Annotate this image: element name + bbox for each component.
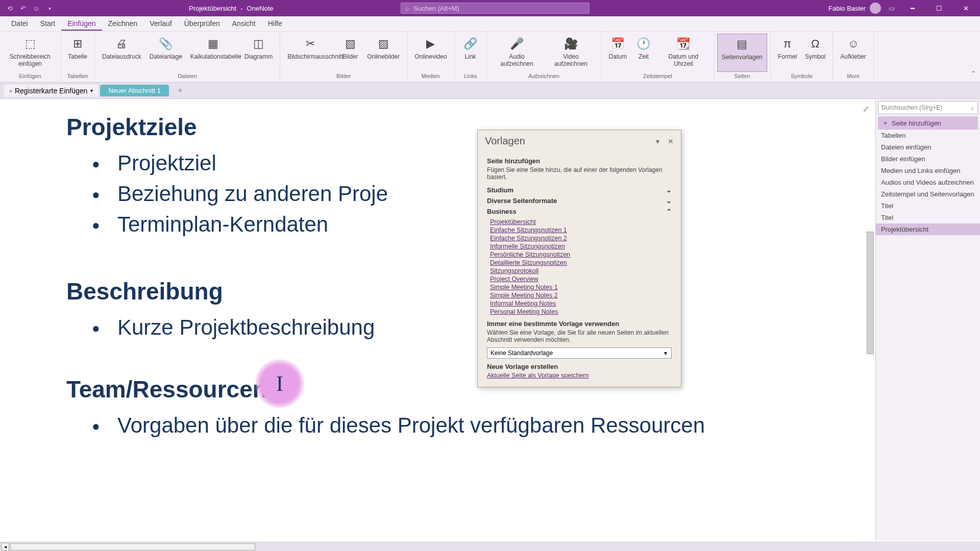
template-link[interactable]: Detaillierte Sitzungsnotizen <box>490 259 672 267</box>
pane-close-button[interactable]: ✕ <box>668 137 674 145</box>
form-icon: π <box>779 36 796 52</box>
template-link[interactable]: Persönliche Sitzungsnotizen <box>490 251 672 259</box>
menu-überprüfen[interactable]: Überprüfen <box>178 17 226 31</box>
ribbon-tmpl[interactable]: ▤Seitenvorlagen <box>717 34 767 72</box>
page-list-item[interactable]: Bilder einfügen <box>876 153 980 165</box>
page-list-item[interactable]: Tabellen <box>876 130 980 141</box>
page-search[interactable]: Durchsuchen (Strg+E) ⌕ <box>878 101 978 114</box>
ribbon-clip[interactable]: ✂Bildschirmausschnitt <box>283 34 337 72</box>
sym-icon: Ω <box>807 36 823 52</box>
expand-icon[interactable]: ⤢ <box>863 104 869 114</box>
undo-icon[interactable]: ↶ <box>18 4 28 13</box>
ribbon: ⬚Schreibbereich einfügenEinfügen⊞Tabelle… <box>0 32 980 83</box>
template-link[interactable]: Simple Meeting Notes 1 <box>490 283 672 291</box>
ribbon-oimg[interactable]: ▨Onlinebilder <box>363 34 404 72</box>
dt-icon: 📆 <box>675 36 692 52</box>
ribbon-print[interactable]: 🖨Dateiausdruck <box>98 34 145 72</box>
ribbon-aud[interactable]: 🎤Audio aufzeichnen <box>490 34 544 72</box>
page-list-item[interactable]: Zeitstempel und Seitenvorlagen <box>876 188 980 200</box>
ribbon-diag[interactable]: ◫Diagramm <box>240 34 277 72</box>
img-icon: ▧ <box>342 36 358 52</box>
titlebar: ⟲ ↶ ☺ ▾ Projektübersicht - OneNote ⌕ Suc… <box>0 0 980 16</box>
template-link[interactable]: Project Overview <box>490 275 672 283</box>
template-link[interactable]: Projektübersicht <box>490 218 672 226</box>
ribbon-vrec[interactable]: 🎥Video aufzeichnen <box>544 34 598 72</box>
template-link[interactable]: Simple Meeting Notes 2 <box>490 291 672 299</box>
always-use-heading: Immer eine bestimmte Vorlage verwenden <box>487 320 672 328</box>
page-list-item[interactable]: Projektübersicht <box>876 223 980 235</box>
notebook-icon: ▫ <box>9 87 12 95</box>
ribbon-sym[interactable]: ΩSymbol <box>801 34 829 72</box>
vrec-icon: 🎥 <box>563 36 579 52</box>
menu-start[interactable]: Start <box>34 17 62 31</box>
page-list-item[interactable]: Audios und Videos aufzeichnen <box>876 177 980 188</box>
notebook-dropdown[interactable]: ▫ Registerkarte Einfügen ▾ <box>4 85 98 97</box>
menu-einfügen[interactable]: Einfügen <box>61 17 102 31</box>
vid-icon: ▶ <box>423 36 439 52</box>
chevron-down-icon: ▼ <box>663 350 668 356</box>
menu-zeichnen[interactable]: Zeichnen <box>102 17 144 31</box>
page-list-item[interactable]: Medien und Links einfügen <box>876 165 980 177</box>
default-template-select[interactable]: Keine Standardvorlage ▼ <box>487 347 672 359</box>
link-icon: 🔗 <box>462 36 479 52</box>
template-link[interactable]: Einfache Sitzungsnotizen 1 <box>490 226 672 234</box>
category-business[interactable]: Business⌃ <box>487 206 672 217</box>
ribbon-form[interactable]: πFormel <box>774 34 801 72</box>
pane-dropdown-icon[interactable]: ▾ <box>656 137 659 145</box>
ribbon-mode-icon[interactable]: ▭ <box>887 4 896 13</box>
scroll-left-button[interactable]: ◂ <box>1 543 9 551</box>
scrollbar-thumb[interactable] <box>867 232 874 354</box>
page-list-item[interactable]: Dateien einfügen <box>876 141 980 153</box>
template-link[interactable]: Personal Meeting Notes <box>490 308 672 316</box>
save-as-template-link[interactable]: Aktuelle Seite als Vorlage speichern <box>487 371 672 380</box>
add-section-button[interactable]: ＋ <box>171 83 189 98</box>
heading-projektziele: Projektziele <box>66 113 875 141</box>
category-studium[interactable]: Studium⌄ <box>487 185 672 195</box>
search-icon: ⌕ <box>405 5 409 12</box>
ribbon-attach[interactable]: 📎Dateianlage <box>145 34 186 72</box>
menu-hilfe[interactable]: Hilfe <box>262 17 288 31</box>
template-link[interactable]: Einfache Sitzungsnotizen 2 <box>490 234 672 242</box>
menu-verlauf[interactable]: Verlauf <box>143 17 178 31</box>
page-list-item[interactable]: Titel <box>876 212 980 223</box>
attach-icon: 📎 <box>158 36 174 52</box>
diag-icon: ◫ <box>250 36 266 52</box>
ribbon-time[interactable]: 🕐Zeit <box>631 34 656 72</box>
section-tab[interactable]: Neuer Abschnitt 1 <box>100 85 169 96</box>
scroll-track[interactable] <box>10 543 255 550</box>
ribbon-vid[interactable]: ▶Onlinevideo <box>410 34 451 72</box>
ribbon-link[interactable]: 🔗Link <box>458 34 483 72</box>
maximize-button[interactable]: ☐ <box>929 0 949 16</box>
templates-pane: Vorlagen ▾ ✕ Seite hinzufügen Fügen Sie … <box>477 130 681 387</box>
page-list-item[interactable]: Titel <box>876 200 980 212</box>
user-account[interactable]: Fabio Basler <box>828 3 881 14</box>
ribbon-stk[interactable]: ☺Aufkleber <box>836 34 870 72</box>
search-box[interactable]: ⌕ Suchen (Alt+M) <box>401 3 590 14</box>
ribbon-dt[interactable]: 📆Datum und Uhrzeit <box>656 34 710 72</box>
qat-dropdown-icon[interactable]: ▾ <box>45 4 54 13</box>
minimize-button[interactable]: ━ <box>902 0 923 16</box>
template-link[interactable]: Informal Meeting Notes <box>490 299 672 308</box>
emoji-icon[interactable]: ☺ <box>32 4 41 13</box>
back-icon[interactable]: ⟲ <box>5 4 14 13</box>
ribbon-table[interactable]: ⊞Tabelle <box>64 34 91 72</box>
close-button[interactable]: ✕ <box>955 0 976 16</box>
chevron-up-icon: ⌃ <box>666 208 672 215</box>
heading-beschreibung: Beschreibung <box>66 278 875 305</box>
bullet-item: Vorgaben über die für dieses Projekt ver… <box>92 413 875 438</box>
ribbon-img[interactable]: ▧Bilder <box>337 34 363 72</box>
page-canvas[interactable]: ⤢ Projektziele Projektziel Beziehung zu … <box>0 99 875 541</box>
menu-datei[interactable]: Datei <box>5 17 34 31</box>
category-diverse[interactable]: Diverse Seitenformate⌄ <box>487 195 672 206</box>
menu-ansicht[interactable]: Ansicht <box>226 17 262 31</box>
oimg-icon: ▨ <box>375 36 391 52</box>
template-link[interactable]: Informelle Sitzungsnotizen <box>490 242 672 251</box>
ribbon-date[interactable]: 📅Datum <box>605 34 631 72</box>
add-page-button[interactable]: ＋ Seite hinzufügen <box>878 116 978 130</box>
section-tabbar: ▫ Registerkarte Einfügen ▾ Neuer Abschni… <box>0 83 980 99</box>
template-link[interactable]: Sitzungsprotokoll <box>490 267 672 275</box>
xls-icon: ▦ <box>205 36 222 52</box>
ribbon-space[interactable]: ⬚Schreibbereich einfügen <box>3 34 57 72</box>
ribbon-xls[interactable]: ▦Kalkulationstabelle <box>186 34 240 72</box>
collapse-ribbon-icon[interactable]: ⌃ <box>971 70 976 77</box>
